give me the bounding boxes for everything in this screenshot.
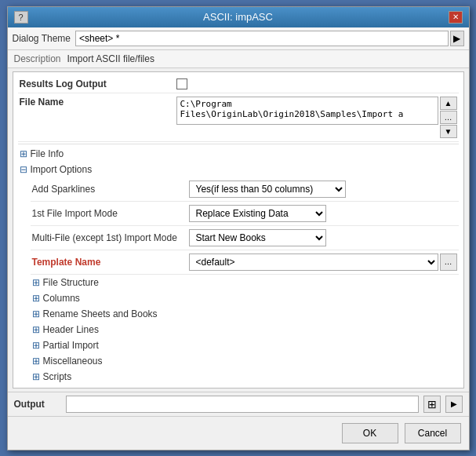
cancel-button[interactable]: Cancel [405, 423, 461, 443]
import-options-header[interactable]: Import Options [18, 162, 459, 177]
multi-file-import-control: Start New Books [189, 229, 457, 246]
ascii-dialog: ? ASCII: impASC ✕ Dialog Theme ▶ Descrip… [7, 6, 470, 451]
template-name-control: <default> … [189, 254, 457, 271]
import-options-body: Add Sparklines Yes(if less than 50 colum… [18, 177, 459, 385]
file-name-label: File Name [20, 97, 176, 108]
file-name-input[interactable]: C:\Program Files\OriginLab\Origin2018\Sa… [176, 97, 438, 125]
rename-sheets-label: Rename Sheets and Books [43, 308, 158, 319]
toolbar-row: Dialog Theme ▶ [8, 27, 469, 50]
header-lines-item[interactable]: Header Lines [31, 322, 459, 337]
partial-import-label: Partial Import [43, 340, 99, 351]
title-bar: ? ASCII: impASC ✕ [8, 7, 469, 27]
description-label: Description [14, 53, 61, 64]
scripts-item[interactable]: Scripts [31, 369, 459, 385]
file-name-control: C:\Program Files\OriginLab\Origin2018\Sa… [176, 97, 457, 138]
file-down-button[interactable]: ▼ [440, 125, 457, 138]
first-file-import-select[interactable]: Replace Existing Data [189, 205, 326, 222]
first-file-import-row: 1st File Import Mode Replace Existing Da… [31, 202, 459, 226]
template-name-row: Template Name <default> … [31, 250, 459, 275]
scripts-label: Scripts [43, 371, 72, 382]
template-name-select[interactable]: <default> [189, 254, 438, 271]
partial-import-item[interactable]: Partial Import [31, 337, 459, 353]
file-structure-label: File Structure [43, 277, 99, 288]
multi-file-import-row: Multi-File (except 1st) Import Mode Star… [31, 226, 459, 250]
file-browse-button[interactable]: … [440, 111, 457, 124]
add-sparklines-label: Add Sparklines [32, 184, 189, 195]
template-browse-button[interactable]: … [440, 254, 457, 271]
file-buttons: ▲ … ▼ [440, 97, 457, 138]
output-input[interactable] [66, 396, 419, 413]
toolbar-arrow-button[interactable]: ▶ [450, 31, 464, 46]
first-file-import-control: Replace Existing Data [189, 205, 457, 222]
multi-file-import-label: Multi-File (except 1st) Import Mode [32, 232, 189, 243]
columns-item[interactable]: Columns [31, 290, 459, 306]
file-info-label: File Info [31, 148, 64, 159]
file-info-header[interactable]: File Info [18, 146, 459, 162]
add-sparklines-control: Yes(if less than 50 columns) [189, 181, 457, 198]
ok-button[interactable]: OK [342, 423, 398, 443]
close-button[interactable]: ✕ [449, 11, 463, 24]
file-structure-item[interactable]: File Structure [31, 275, 459, 290]
file-up-button[interactable]: ▲ [440, 97, 457, 110]
results-log-label: Results Log Output [20, 78, 176, 89]
description-value: Import ASCII file/files [67, 53, 154, 64]
divider-1 [18, 144, 459, 144]
first-file-import-label: 1st File Import Mode [32, 208, 189, 219]
results-log-row: Results Log Output [18, 75, 459, 93]
dialog-theme-label: Dialog Theme [13, 33, 71, 44]
description-row: Description Import ASCII file/files [8, 50, 469, 68]
title-bar-help[interactable]: ? [14, 11, 28, 24]
results-log-control [176, 78, 457, 89]
output-label: Output [14, 399, 61, 410]
title-bar-buttons: ✕ [449, 11, 463, 24]
template-dropdown-row: <default> … [189, 254, 457, 271]
file-name-row: File Name C:\Program Files\OriginLab\Ori… [18, 93, 459, 142]
template-name-label: Template Name [32, 257, 189, 268]
dialog-footer: OK Cancel [8, 416, 469, 450]
add-sparklines-select[interactable]: Yes(if less than 50 columns) [189, 181, 346, 198]
multi-file-import-select[interactable]: Start New Books [189, 229, 326, 246]
header-lines-label: Header Lines [43, 324, 99, 335]
miscellaneous-item[interactable]: Miscellaneous [31, 353, 459, 369]
output-row: Output ⊞ ▶ [8, 392, 469, 416]
output-arrow-button[interactable]: ▶ [445, 396, 463, 413]
file-input-row: C:\Program Files\OriginLab\Origin2018\Sa… [176, 97, 457, 138]
dialog-title: ASCII: impASC [28, 11, 449, 23]
columns-label: Columns [43, 293, 80, 304]
add-sparklines-row: Add Sparklines Yes(if less than 50 colum… [31, 177, 459, 202]
output-icon-button[interactable]: ⊞ [423, 396, 441, 413]
dialog-theme-input[interactable] [75, 31, 449, 46]
content-inner: Results Log Output File Name C:\Program … [13, 71, 464, 389]
miscellaneous-label: Miscellaneous [43, 356, 103, 367]
rename-sheets-item[interactable]: Rename Sheets and Books [31, 306, 459, 322]
results-log-checkbox[interactable] [176, 78, 187, 89]
import-options-label: Import Options [31, 164, 93, 175]
content-wrapper: Results Log Output File Name C:\Program … [8, 68, 469, 392]
